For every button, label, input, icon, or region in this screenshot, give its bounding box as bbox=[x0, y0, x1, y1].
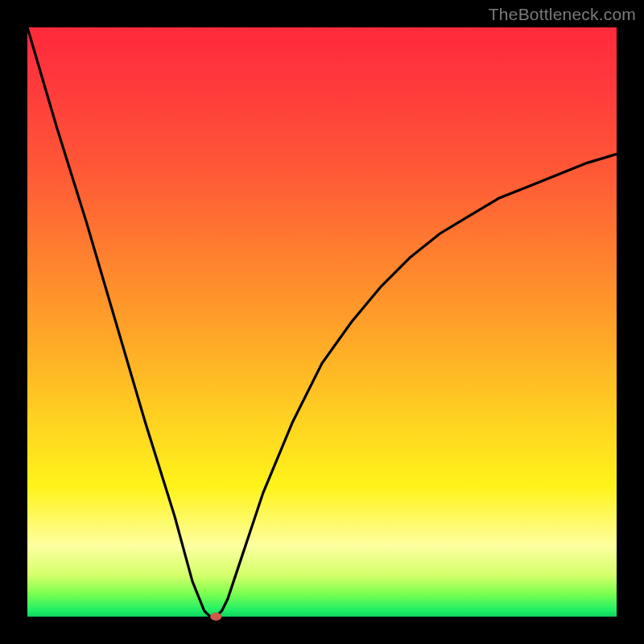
bottleneck-curve bbox=[27, 27, 617, 617]
chart-frame: TheBottleneck.com bbox=[0, 0, 644, 644]
plot-area bbox=[27, 27, 617, 617]
curve-line bbox=[27, 27, 617, 617]
optimal-marker bbox=[210, 613, 221, 621]
watermark-text: TheBottleneck.com bbox=[489, 5, 636, 24]
